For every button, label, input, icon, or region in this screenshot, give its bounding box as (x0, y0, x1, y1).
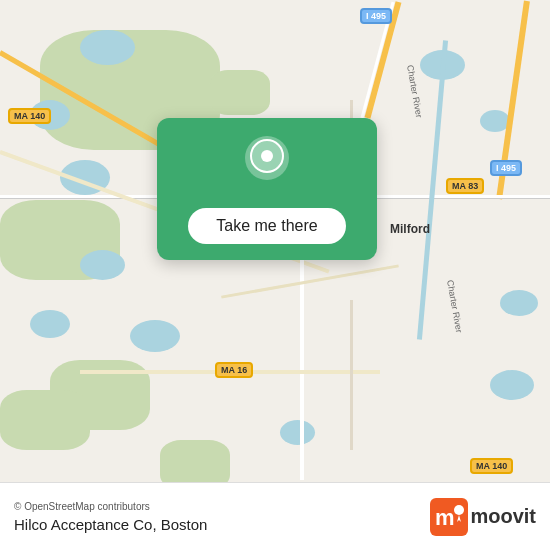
svg-text:m: m (435, 505, 455, 530)
green-area (0, 390, 90, 450)
local-road-v3 (350, 300, 353, 450)
water-body (130, 320, 180, 352)
bottom-bar: © OpenStreetMap contributors Hilco Accep… (0, 482, 550, 550)
ma16-badge: MA 16 (215, 362, 253, 378)
svg-point-5 (454, 505, 464, 515)
location-pin-icon (245, 136, 289, 192)
green-area (210, 70, 270, 115)
water-body (30, 310, 70, 338)
moovit-logo: m moovit (430, 498, 536, 536)
moovit-icon: m (430, 498, 468, 536)
popup-card: Take me there (157, 118, 377, 260)
i495-top-badge: I 495 (360, 8, 392, 24)
map: I 495 I 495 MA 140 MA 83 MA 16 MA 140 Mi… (0, 0, 550, 550)
attribution-text: © OpenStreetMap contributors (14, 501, 207, 512)
ma140-left-badge: MA 140 (8, 108, 51, 124)
water-body (80, 250, 125, 280)
water-body (490, 370, 534, 400)
milford-label: Milford (390, 222, 430, 236)
water-body (500, 290, 538, 316)
water-body (280, 420, 315, 445)
take-me-there-button[interactable]: Take me there (188, 208, 345, 244)
i495-right-badge: I 495 (490, 160, 522, 176)
bottom-info: © OpenStreetMap contributors Hilco Accep… (14, 501, 207, 533)
moovit-text: moovit (470, 505, 536, 528)
place-name: Hilco Acceptance Co, Boston (14, 516, 207, 533)
ma140-bottom-badge: MA 140 (470, 458, 513, 474)
water-body (80, 30, 135, 65)
ma83-badge: MA 83 (446, 178, 484, 194)
